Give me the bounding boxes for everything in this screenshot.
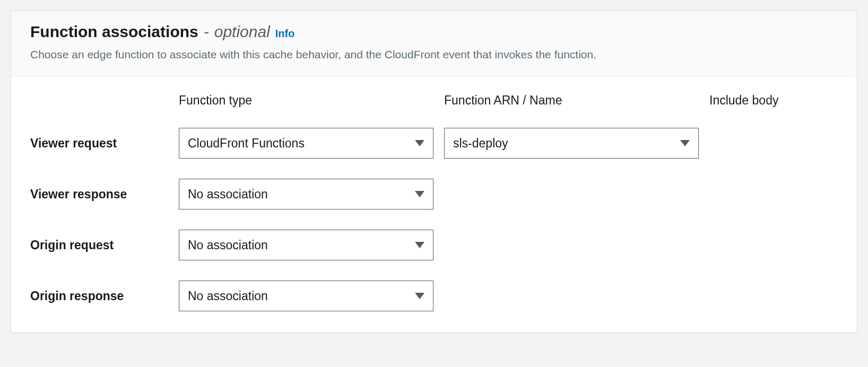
chevron-down-icon bbox=[415, 191, 424, 197]
associations-grid: Function type Function ARN / Name Includ… bbox=[30, 93, 838, 311]
panel-title: Function associations bbox=[30, 23, 198, 41]
row-label-origin-request: Origin request bbox=[30, 238, 168, 252]
select-value: No association bbox=[188, 187, 268, 202]
function-type-select-origin-response[interactable]: No association bbox=[179, 281, 433, 311]
function-type-select-viewer-response[interactable]: No association bbox=[179, 179, 433, 209]
function-arn-select-viewer-request[interactable]: sls-deploy bbox=[444, 128, 699, 159]
row-label-viewer-response: Viewer response bbox=[30, 187, 168, 202]
column-header-function-type: Function type bbox=[179, 93, 433, 108]
row-label-origin-response: Origin response bbox=[30, 289, 168, 303]
panel-body: Function type Function ARN / Name Includ… bbox=[11, 76, 857, 333]
function-associations-panel: Function associations - optional Info Ch… bbox=[11, 11, 857, 333]
select-value: No association bbox=[188, 238, 268, 252]
column-header-include-body: Include body bbox=[709, 93, 838, 108]
panel-header: Function associations - optional Info Ch… bbox=[11, 11, 857, 76]
function-type-select-origin-request[interactable]: No association bbox=[179, 230, 433, 260]
select-value: sls-deploy bbox=[453, 136, 508, 151]
select-value: CloudFront Functions bbox=[188, 136, 305, 151]
select-value: No association bbox=[188, 289, 268, 303]
column-header-function-arn: Function ARN / Name bbox=[444, 93, 699, 108]
chevron-down-icon bbox=[415, 242, 424, 248]
panel-subtitle: Choose an edge function to associate wit… bbox=[30, 48, 838, 61]
optional-label: optional bbox=[214, 23, 270, 41]
title-separator: - bbox=[204, 23, 209, 41]
row-label-viewer-request: Viewer request bbox=[30, 136, 168, 151]
panel-title-line: Function associations - optional Info bbox=[30, 23, 838, 41]
info-link[interactable]: Info bbox=[275, 28, 295, 40]
function-type-select-viewer-request[interactable]: CloudFront Functions bbox=[179, 128, 433, 159]
chevron-down-icon bbox=[415, 140, 424, 146]
chevron-down-icon bbox=[680, 140, 690, 146]
chevron-down-icon bbox=[415, 293, 424, 299]
